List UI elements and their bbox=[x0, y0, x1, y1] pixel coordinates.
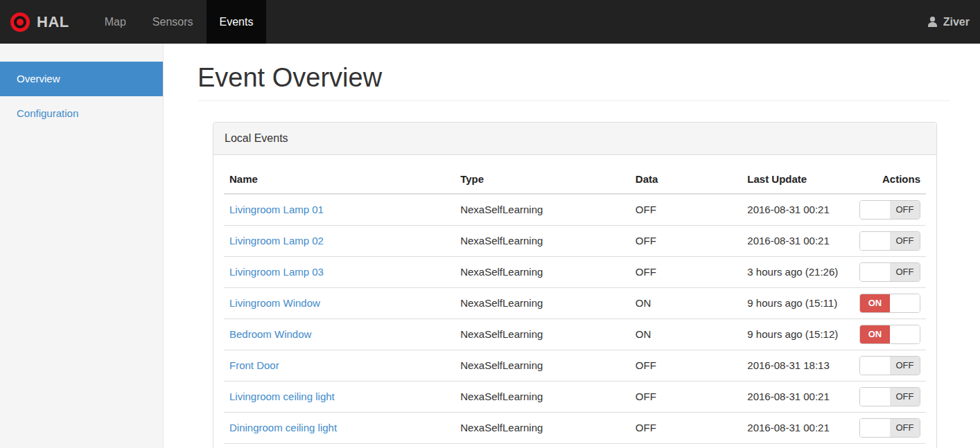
event-type: NexaSelfLearning bbox=[455, 319, 630, 350]
table-row: Livingroom Lamp 02 NexaSelfLearning OFF … bbox=[224, 226, 926, 257]
event-last-update: 2016-08-31 00:21 bbox=[742, 413, 854, 444]
events-table-body: Livingroom Lamp 01 NexaSelfLearning OFF … bbox=[224, 194, 926, 448]
toggle-knob bbox=[860, 388, 890, 406]
table-row: Livingroom Lamp 01 NexaSelfLearning OFF … bbox=[224, 194, 926, 226]
event-last-update: 3 hours ago (21:26) bbox=[742, 257, 854, 288]
nav-item-events[interactable]: Events bbox=[207, 0, 267, 44]
toggle-knob bbox=[860, 263, 890, 281]
event-data: OFF bbox=[630, 444, 742, 448]
event-type: NexaSelfLearning bbox=[455, 444, 630, 448]
event-toggle[interactable]: OFF bbox=[859, 356, 920, 375]
toggle-knob bbox=[860, 201, 890, 219]
event-type: NexaSelfLearning bbox=[455, 194, 630, 226]
toggle-state-label: OFF bbox=[890, 263, 920, 281]
column-header-data: Data bbox=[630, 165, 742, 194]
event-type: NexaSelfLearning bbox=[455, 350, 630, 382]
event-name-link[interactable]: Livingroom Lamp 02 bbox=[229, 235, 324, 247]
table-row: Livingroom Lamp 03 NexaSelfLearning OFF … bbox=[224, 257, 926, 288]
event-name-link[interactable]: Livingroom ceiling light bbox=[229, 391, 335, 402]
page-layout: Overview Configuration Event Overview Lo… bbox=[0, 44, 980, 448]
toggle-state-label: OFF bbox=[890, 357, 920, 375]
toggle-knob bbox=[890, 294, 920, 312]
toggle-knob bbox=[860, 232, 890, 250]
event-toggle[interactable]: OFF bbox=[859, 262, 920, 282]
brand-link[interactable]: HAL bbox=[0, 0, 80, 44]
top-navbar: HAL Map Sensors Events Ziver bbox=[0, 0, 980, 44]
sidebar-item-configuration[interactable]: Configuration bbox=[0, 96, 163, 131]
event-data: OFF bbox=[630, 194, 742, 226]
event-name-link[interactable]: Bedroom Window bbox=[229, 328, 311, 340]
page-title: Event Overview bbox=[198, 62, 950, 93]
person-icon bbox=[927, 16, 938, 28]
event-toggle[interactable]: OFF bbox=[859, 387, 920, 406]
sidebar: Overview Configuration bbox=[0, 44, 164, 448]
user-menu[interactable]: Ziver bbox=[927, 0, 980, 44]
event-type: NexaSelfLearning bbox=[455, 226, 630, 257]
event-data: OFF bbox=[630, 382, 742, 413]
event-toggle[interactable]: OFF bbox=[859, 231, 920, 251]
toggle-state-label: OFF bbox=[890, 388, 920, 406]
event-type: NexaSelfLearning bbox=[455, 413, 630, 444]
event-toggle[interactable]: ON bbox=[859, 294, 920, 313]
event-data: ON bbox=[630, 319, 742, 350]
table-row: Diningroom ceiling light NexaSelfLearnin… bbox=[224, 413, 926, 444]
local-events-panel: Local Events Name Type Data Last Update … bbox=[213, 122, 937, 448]
table-row: Front Door NexaSelfLearning OFF 2016-08-… bbox=[224, 350, 926, 382]
event-last-update: 2016-08-31 18:13 bbox=[742, 350, 854, 382]
event-name-link[interactable]: Diningroom ceiling light bbox=[229, 422, 337, 433]
event-toggle[interactable]: ON bbox=[859, 325, 920, 344]
navbar-menu: Map Sensors Events bbox=[91, 0, 267, 44]
sidebar-item-overview[interactable]: Overview bbox=[0, 62, 163, 96]
nav-item-sensors[interactable]: Sensors bbox=[139, 0, 207, 44]
table-header-row: Name Type Data Last Update Actions bbox=[224, 165, 926, 194]
event-type: NexaSelfLearning bbox=[455, 382, 630, 413]
main-content: Event Overview Local Events Name Type Da… bbox=[164, 44, 980, 448]
table-row: Bedroom Window NexaSelfLearning ON 9 hou… bbox=[224, 319, 926, 350]
event-data: OFF bbox=[630, 350, 742, 382]
event-data: ON bbox=[630, 288, 742, 319]
brand-title: HAL bbox=[37, 13, 69, 31]
toggle-state-label: OFF bbox=[890, 201, 920, 219]
page-header: Event Overview bbox=[198, 44, 950, 101]
nav-item-map[interactable]: Map bbox=[91, 0, 139, 44]
event-type: NexaSelfLearning bbox=[455, 257, 630, 288]
event-name-link[interactable]: Livingroom Lamp 01 bbox=[229, 204, 324, 215]
panel-body: Name Type Data Last Update Actions Livin… bbox=[213, 155, 936, 448]
event-type: NexaSelfLearning bbox=[455, 288, 630, 319]
toggle-state-label: OFF bbox=[890, 419, 920, 437]
table-row: Kitchen ceiling light NexaSelfLearning O… bbox=[224, 444, 926, 448]
event-last-update: 2016-08-31 00:21 bbox=[742, 444, 854, 448]
event-name-link[interactable]: Livingroom Lamp 03 bbox=[229, 266, 324, 278]
event-last-update: 2016-08-31 00:21 bbox=[742, 194, 854, 226]
toggle-knob bbox=[860, 357, 890, 375]
bullseye-icon bbox=[10, 12, 30, 33]
column-header-actions: Actions bbox=[854, 165, 926, 194]
column-header-type: Type bbox=[455, 165, 630, 194]
user-name: Ziver bbox=[943, 16, 970, 28]
toggle-knob bbox=[890, 325, 920, 343]
toggle-state-label: ON bbox=[860, 325, 890, 343]
event-data: OFF bbox=[630, 257, 742, 288]
event-data: OFF bbox=[630, 226, 742, 257]
event-last-update: 9 hours ago (15:12) bbox=[742, 319, 854, 350]
event-last-update: 2016-08-31 00:21 bbox=[742, 382, 854, 413]
event-name-link[interactable]: Livingroom Window bbox=[229, 297, 320, 309]
column-header-name: Name bbox=[224, 165, 455, 194]
event-data: OFF bbox=[630, 413, 742, 444]
toggle-state-label: OFF bbox=[890, 232, 920, 250]
table-row: Livingroom ceiling light NexaSelfLearnin… bbox=[224, 382, 926, 413]
toggle-state-label: ON bbox=[860, 294, 890, 312]
event-toggle[interactable]: OFF bbox=[859, 200, 920, 219]
table-row: Livingroom Window NexaSelfLearning ON 9 … bbox=[224, 288, 926, 319]
toggle-knob bbox=[860, 419, 890, 437]
column-header-last-update: Last Update bbox=[742, 165, 854, 194]
panel-title: Local Events bbox=[213, 123, 936, 155]
events-table: Name Type Data Last Update Actions Livin… bbox=[224, 165, 926, 448]
event-last-update: 9 hours ago (15:11) bbox=[742, 288, 854, 319]
event-toggle[interactable]: OFF bbox=[859, 418, 920, 438]
event-last-update: 2016-08-31 00:21 bbox=[742, 226, 854, 257]
event-name-link[interactable]: Front Door bbox=[229, 359, 279, 371]
